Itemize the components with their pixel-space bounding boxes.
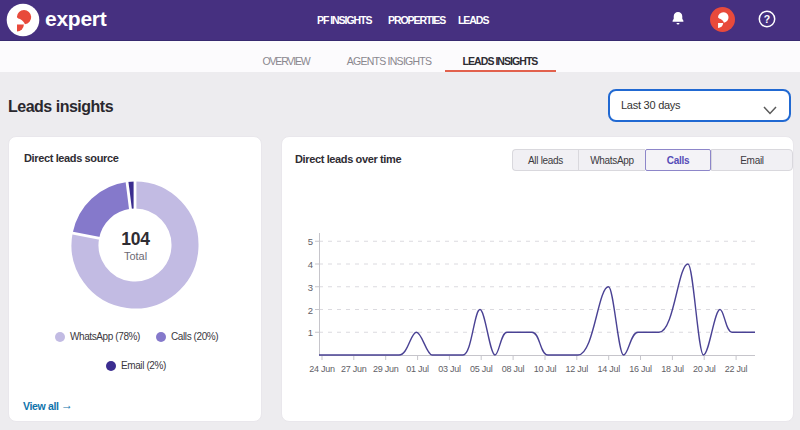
svg-text:?: ?	[764, 13, 770, 25]
